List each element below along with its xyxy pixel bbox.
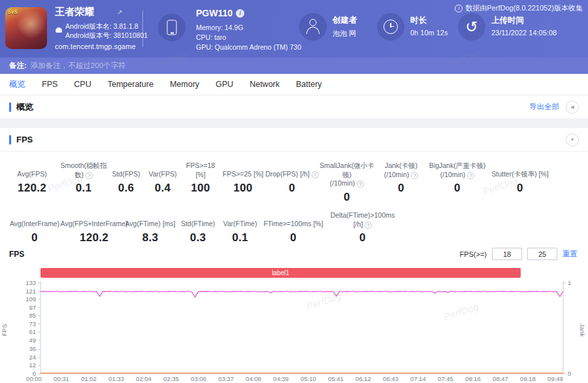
help-icon[interactable]: ?	[467, 172, 474, 179]
phone-icon	[167, 20, 177, 35]
perfdog-report-page: 5v5 王者荣耀 ↗ Android版本名: 3.81.1.8 Android版…	[0, 0, 588, 383]
help-icon[interactable]: ?	[411, 172, 418, 179]
tab-gpu[interactable]: GPU	[216, 80, 233, 89]
stat-cell: Var(FTime)0.1	[218, 211, 262, 244]
axis-tick-label: 49	[29, 337, 36, 344]
stat-value: 8.3	[142, 231, 159, 244]
device-gpu: GPU: Qualcomm Adreno (TM) 730	[196, 43, 301, 51]
stat-label: Var(FPS)	[149, 161, 177, 179]
axis-tick-label: 36	[29, 346, 36, 353]
axis-tick-label: 09:18	[520, 375, 536, 382]
stat-cell: Avg(FPS+InterFrame)120.2	[65, 211, 123, 244]
stat-label: Avg(FPS+InterFrame)	[61, 211, 128, 229]
overview-section-header: 概览 导出全部 ◀	[0, 95, 588, 119]
header-divider	[142, 10, 143, 47]
tab-temperature[interactable]: Temperature	[108, 80, 154, 89]
stat-cell: SmallJank(微小卡顿)(/10min)?0	[319, 161, 375, 204]
stat-cell: Delta(FTime)>100ms [/h]?0	[325, 211, 400, 244]
axis-tick-label: 00:31	[54, 375, 69, 382]
fps-chart-svg: 133121109978573614936241201000:0000:3101…	[0, 278, 588, 383]
axis-tick-label: 85	[29, 312, 36, 319]
axis-tick-label: 97	[29, 304, 36, 311]
collect-note-text: 数据由PerfDog(8.0.221052)版本收集	[465, 3, 583, 13]
fps-series-line	[41, 291, 563, 297]
overview-title: 概览	[9, 103, 33, 112]
axis-tick-label: 03:37	[218, 375, 234, 382]
stat-value: 120.2	[80, 231, 108, 244]
duration-label: 时长	[410, 15, 427, 26]
help-icon[interactable]: ?	[86, 172, 93, 179]
stat-label: SmallJank(微小卡顿)(/10min)?	[319, 161, 375, 188]
stat-label: Avg(InterFrame)	[10, 211, 59, 229]
axis-tick-label: 07:45	[438, 375, 453, 382]
axis-tick-label: 08:47	[493, 375, 508, 382]
axis-tick-label: 02:04	[136, 375, 152, 382]
collapse-left-button[interactable]: ◀	[566, 101, 579, 114]
fps-chart[interactable]: 133121109978573614936241201000:0000:3101…	[0, 278, 588, 383]
stat-label: Avg(FTime) [ms]	[125, 211, 175, 229]
collapse-down-button[interactable]: ▼	[566, 133, 579, 146]
stat-value: 0.6	[118, 182, 135, 195]
stat-label: FPS>=18 [%]	[180, 161, 221, 179]
stat-value: 0	[344, 191, 350, 204]
stat-value: 0	[359, 231, 366, 244]
axis-tick-label: 02:35	[163, 375, 179, 382]
stat-cell: Avg(InterFrame)0	[4, 211, 65, 244]
stat-value: 100	[191, 182, 210, 195]
axis-tick-label: 04:39	[273, 375, 289, 382]
tab-battery[interactable]: Battery	[296, 80, 322, 89]
collect-note: i 数据由PerfDog(8.0.221052)版本收集	[455, 3, 583, 13]
fps-threshold-input-1[interactable]	[492, 248, 522, 260]
share-icon[interactable]: ↗	[117, 8, 122, 16]
stat-cell: FTime>=100ms [%]0	[262, 211, 325, 244]
report-header: 5v5 王者荣耀 ↗ Android版本名: 3.81.1.8 Android版…	[0, 0, 588, 58]
help-icon[interactable]: ?	[365, 222, 372, 229]
stat-cell: FPS>=18 [%]100	[180, 161, 221, 204]
person-icon	[305, 19, 321, 35]
stat-cell: Avg(FPS)120.2	[4, 161, 60, 204]
axis-tick-label: 04:08	[246, 375, 261, 382]
stat-label: Std(FPS)	[112, 161, 140, 179]
axis-tick-label: 61	[29, 328, 36, 335]
clock-icon	[384, 20, 398, 34]
creator-icon-circle	[299, 13, 327, 41]
axis-tick-label: 12	[29, 362, 36, 369]
stat-value: 0.1	[76, 182, 92, 195]
duration-value: 0h 10m 12s	[410, 29, 448, 37]
device-icon-circle	[158, 14, 186, 41]
android-version-name: Android版本名: 3.81.1.8	[65, 22, 138, 31]
duration-icon-circle	[377, 13, 404, 41]
stat-label: Jank(卡顿)(/10min)?	[384, 161, 419, 179]
export-all-link[interactable]: 导出全部	[529, 102, 559, 112]
fps-section: FPS ▼ Avg(FPS)120.2Smooth(稳帧指数)?0.1Std(F…	[0, 128, 588, 383]
reset-link[interactable]: 重置	[563, 249, 578, 259]
upload-label: 上传时间	[491, 15, 524, 26]
history-icon: ↺	[458, 13, 485, 41]
stat-cell: Stutter(卡顿率) [%]0	[487, 161, 553, 204]
axis-tick-label: 109	[25, 295, 36, 303]
remark-bar[interactable]: 备注: 添加备注，不超过200个字符	[0, 58, 588, 74]
stat-label: Drop(FPS) [/h]?	[265, 161, 319, 179]
remark-placeholder[interactable]: 添加备注，不超过200个字符	[31, 61, 126, 71]
device-info-icon[interactable]: i	[236, 9, 244, 18]
tab-cpu[interactable]: CPU	[74, 80, 91, 89]
stat-value: 0	[517, 182, 523, 195]
stat-label: FTime>=100ms [%]	[263, 211, 323, 229]
game-app-icon: 5v5	[5, 7, 47, 49]
tab-memory[interactable]: Memory	[170, 80, 199, 89]
game-title: 王者荣耀	[55, 6, 94, 18]
android-icon	[56, 27, 62, 33]
game-badge: 5v5	[8, 8, 18, 15]
stat-value: 0	[289, 182, 295, 195]
creator-value: 泡泡 网	[333, 29, 356, 39]
help-icon[interactable]: ?	[357, 180, 364, 188]
stat-cell: Drop(FPS) [/h]?0	[265, 161, 319, 204]
tab-network[interactable]: Network	[250, 80, 280, 89]
fps-threshold-input-2[interactable]	[527, 248, 557, 260]
tab-fps[interactable]: FPS	[42, 80, 57, 89]
stat-cell: BigJank(严重卡顿)(/10min)?0	[427, 161, 487, 204]
help-icon[interactable]: ?	[312, 171, 319, 178]
tab-overview[interactable]: 概览	[9, 79, 25, 90]
axis-tick-label: 06:12	[355, 375, 371, 382]
stat-cell: Var(FPS)0.4	[145, 161, 180, 204]
